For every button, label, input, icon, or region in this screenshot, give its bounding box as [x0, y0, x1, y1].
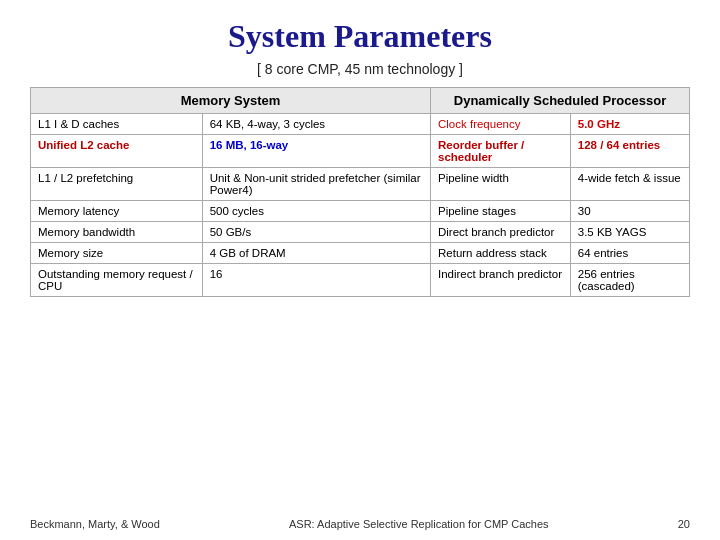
col1-label: L1 / L2 prefetching	[31, 168, 203, 201]
col1-label: Memory size	[31, 243, 203, 264]
footer-left: Beckmann, Marty, & Wood	[30, 518, 160, 530]
col2-value: 3.5 KB YAGS	[570, 222, 689, 243]
col2-label: Pipeline stages	[430, 201, 570, 222]
col2-label: Return address stack	[430, 243, 570, 264]
col2-value: 5.0 GHz	[570, 114, 689, 135]
col2-label: Pipeline width	[430, 168, 570, 201]
col2-value: 4-wide fetch & issue	[570, 168, 689, 201]
col1-value: 500 cycles	[202, 201, 430, 222]
parameters-table: Memory System Dynamically Scheduled Proc…	[30, 87, 690, 297]
page-subtitle: [ 8 core CMP, 45 nm technology ]	[257, 61, 463, 77]
footer: Beckmann, Marty, & Wood ASR: Adaptive Se…	[30, 512, 690, 530]
col1-label: Memory latency	[31, 201, 203, 222]
page: System Parameters [ 8 core CMP, 45 nm te…	[0, 0, 720, 540]
header-memory-system: Memory System	[31, 88, 431, 114]
page-title: System Parameters	[228, 18, 492, 55]
col1-label: Outstanding memory request / CPU	[31, 264, 203, 297]
col1-value: 16	[202, 264, 430, 297]
col1-label: L1 I & D caches	[31, 114, 203, 135]
col2-label: Reorder buffer / scheduler	[430, 135, 570, 168]
col1-label: Unified L2 cache	[31, 135, 203, 168]
col2-value: 30	[570, 201, 689, 222]
col2-label: Indirect branch predictor	[430, 264, 570, 297]
col1-value: 4 GB of DRAM	[202, 243, 430, 264]
col2-label: Direct branch predictor	[430, 222, 570, 243]
col1-label: Memory bandwidth	[31, 222, 203, 243]
col2-value: 128 / 64 entries	[570, 135, 689, 168]
col2-value: 64 entries	[570, 243, 689, 264]
footer-right: 20	[678, 518, 690, 530]
col1-value: 64 KB, 4-way, 3 cycles	[202, 114, 430, 135]
col1-value: 16 MB, 16-way	[202, 135, 430, 168]
footer-center: ASR: Adaptive Selective Replication for …	[289, 518, 549, 530]
col2-value: 256 entries (cascaded)	[570, 264, 689, 297]
col1-value: 50 GB/s	[202, 222, 430, 243]
col1-value: Unit & Non-unit strided prefetcher (simi…	[202, 168, 430, 201]
header-dsp: Dynamically Scheduled Processor	[430, 88, 689, 114]
col2-label: Clock frequency	[430, 114, 570, 135]
